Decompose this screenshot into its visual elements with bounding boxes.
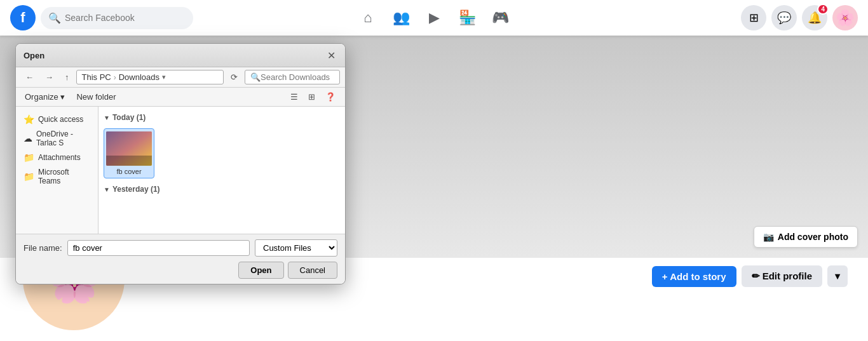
onedrive-icon: ☁ (24, 133, 32, 144)
sidebar-item-attachments[interactable]: 📁 Attachments (18, 150, 95, 165)
file-item-fb-cover[interactable]: fb cover (104, 128, 154, 178)
dialog-sidebar: ⭐ Quick access ☁ OneDrive - Tarlac S 📁 A… (16, 107, 98, 234)
filename-label: File name: (24, 243, 62, 253)
nav-forward-button[interactable]: → (41, 70, 58, 84)
search-input[interactable] (65, 13, 186, 23)
dialog-search-bar[interactable]: 🔍 (245, 70, 340, 84)
yesterday-section-label: Yesterday (1) (112, 185, 160, 194)
sidebar-item-onedrive[interactable]: ☁ OneDrive - Tarlac S (18, 127, 95, 150)
breadcrumb-downloads: Downloads (119, 72, 159, 82)
filetype-select[interactable]: Custom Files All Files (255, 239, 337, 257)
file-open-dialog[interactable]: Open ✕ ← → ↑ This PC › Downloads ▾ ⟳ 🔍 (15, 43, 346, 284)
sidebar-item-ms-teams[interactable]: 📁 Microsoft Teams (18, 165, 95, 188)
view-grid-button[interactable]: ⊞ (304, 90, 320, 104)
dialog-main-content: ▼ Today (1) (98, 107, 345, 234)
view-help-button[interactable]: ❓ (321, 90, 340, 104)
nav-center-icons: ⌂ 👥 ▶ 🏪 🎮 (353, 3, 515, 33)
search-icon: 🔍 (48, 12, 61, 24)
more-options-button[interactable]: ▾ (827, 265, 848, 287)
dialog-search-input[interactable] (261, 72, 334, 82)
breadcrumb-this-pc: This PC (82, 72, 111, 82)
profile-avatar-nav-button[interactable]: 🌸 (832, 5, 858, 30)
search-box[interactable]: 🔍 (41, 7, 193, 29)
dialog-body: ⭐ Quick access ☁ OneDrive - Tarlac S 📁 A… (16, 107, 345, 234)
messenger-button[interactable]: 💬 (771, 5, 797, 30)
marketplace-nav-button[interactable]: 🏪 (452, 3, 482, 33)
thumbnail-image (106, 131, 152, 166)
today-section-label: Today (1) (112, 113, 146, 122)
svg-rect-1 (106, 156, 152, 166)
watch-nav-button[interactable]: ▶ (419, 3, 449, 33)
attachments-folder-icon: 📁 (24, 152, 34, 163)
cancel-button[interactable]: Cancel (288, 262, 337, 279)
dialog-actions-bar: Organize ▾ New folder ☰ ⊞ ❓ (16, 88, 345, 107)
breadcrumb-separator: › (114, 73, 116, 82)
filename-row: File name: Custom Files All Files (24, 239, 337, 257)
open-button[interactable]: Open (238, 262, 283, 279)
edit-profile-button[interactable]: ✏ Edit profile (742, 265, 823, 287)
friends-nav-button[interactable]: 👥 (386, 3, 416, 33)
nav-left: f 🔍 (10, 5, 193, 30)
dialog-titlebar: Open ✕ (16, 44, 345, 67)
home-nav-button[interactable]: ⌂ (353, 3, 383, 33)
yesterday-chevron: ▼ (104, 186, 110, 193)
gaming-nav-button[interactable]: 🎮 (485, 3, 515, 33)
yesterday-section-header[interactable]: ▼ Yesterday (1) (104, 184, 340, 195)
view-list-button[interactable]: ☰ (286, 90, 302, 104)
add-cover-photo-button[interactable]: 📷 Add cover photo (754, 226, 858, 248)
add-to-story-button[interactable]: + Add to story (652, 266, 736, 287)
today-section-header[interactable]: ▼ Today (1) (104, 112, 340, 123)
footer-buttons: Open Cancel (24, 262, 337, 279)
dialog-close-button[interactable]: ✕ (325, 49, 337, 62)
dialog-toolbar: ← → ↑ This PC › Downloads ▾ ⟳ 🔍 (16, 67, 345, 88)
facebook-logo: f (10, 5, 36, 30)
quick-access-icon: ⭐ (24, 114, 34, 124)
breadcrumb-dropdown[interactable]: ▾ (162, 73, 166, 81)
new-folder-button[interactable]: New folder (72, 90, 119, 104)
notifications-button[interactable]: 🔔 4 (802, 5, 827, 30)
refresh-button[interactable]: ⟳ (226, 70, 242, 84)
nav-up-button[interactable]: ↑ (60, 70, 74, 84)
today-files-grid: fb cover (104, 126, 340, 181)
dialog-title: Open (24, 51, 44, 60)
dialog-search-icon: 🔍 (250, 72, 261, 82)
dialog-footer: File name: Custom Files All Files Open C… (16, 234, 345, 284)
organize-button[interactable]: Organize ▾ (21, 90, 69, 104)
apps-button[interactable]: ⊞ (741, 5, 766, 30)
ms-teams-folder-icon: 📁 (24, 171, 34, 182)
today-chevron: ▼ (104, 114, 110, 121)
nav-back-button[interactable]: ← (21, 70, 38, 84)
file-label: fb cover (116, 168, 141, 175)
filename-input[interactable] (67, 240, 250, 256)
nav-right-controls: ⊞ 💬 🔔 4 🌸 (741, 5, 858, 30)
sidebar-item-quick-access[interactable]: ⭐ Quick access (18, 112, 95, 127)
camera-icon: 📷 (763, 232, 774, 242)
notification-badge: 4 (817, 4, 829, 15)
view-buttons: ☰ ⊞ ❓ (286, 90, 340, 104)
top-navigation: f 🔍 ⌂ 👥 ▶ 🏪 🎮 ⊞ 💬 🔔 4 🌸 (0, 0, 868, 36)
breadcrumb-bar: This PC › Downloads ▾ (76, 70, 224, 84)
file-thumbnail (106, 131, 152, 166)
